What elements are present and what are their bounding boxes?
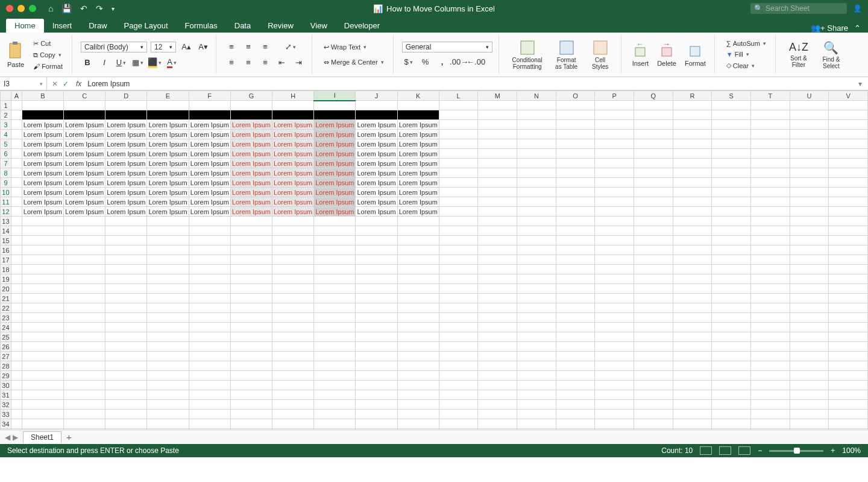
cell-H20[interactable] xyxy=(272,284,314,294)
cell-P30[interactable] xyxy=(595,381,634,390)
col-header-J[interactable]: J xyxy=(356,91,397,101)
cell-U26[interactable] xyxy=(790,342,829,352)
cell-G10[interactable]: Lorem Ipsum xyxy=(230,188,272,197)
cell-R34[interactable] xyxy=(673,419,712,429)
col-header-I[interactable]: I xyxy=(314,91,356,101)
cell-E33[interactable] xyxy=(147,410,189,419)
cell-T21[interactable] xyxy=(750,294,790,303)
cell-S33[interactable] xyxy=(712,410,751,419)
qat-dropdown-icon[interactable]: ▾ xyxy=(112,5,115,12)
cell-L6[interactable] xyxy=(439,149,478,159)
cell-R31[interactable] xyxy=(673,390,712,400)
cell-B1[interactable] xyxy=(22,101,63,110)
cell-H35[interactable] xyxy=(272,429,314,430)
row-header-9[interactable]: 9 xyxy=(1,178,11,188)
cell-C1[interactable] xyxy=(64,101,105,110)
cell-A5[interactable] xyxy=(11,139,22,149)
cell-D26[interactable] xyxy=(105,342,147,352)
cell-A34[interactable] xyxy=(11,419,22,429)
cell-D25[interactable] xyxy=(105,332,147,342)
cell-L17[interactable] xyxy=(439,255,478,265)
cell-J13[interactable] xyxy=(356,217,397,226)
cell-C24[interactable] xyxy=(64,323,105,332)
cell-L20[interactable] xyxy=(439,284,478,294)
find-select-button[interactable]: 🔍Find & Select xyxy=(817,39,846,71)
cell-G22[interactable] xyxy=(230,303,272,313)
zoom-slider[interactable] xyxy=(769,450,823,452)
cell-K32[interactable] xyxy=(397,400,439,410)
cell-T11[interactable] xyxy=(750,197,790,207)
cell-S27[interactable] xyxy=(712,352,751,361)
cell-Q15[interactable] xyxy=(634,236,673,246)
cell-T19[interactable] xyxy=(750,274,790,284)
decrease-indent-icon[interactable]: ⇤ xyxy=(275,57,289,69)
cell-H5[interactable]: Lorem Ipsum xyxy=(272,139,314,149)
cell-I23[interactable] xyxy=(314,313,356,323)
cell-C28[interactable] xyxy=(64,361,105,371)
cell-I35[interactable] xyxy=(314,429,356,430)
cell-C33[interactable] xyxy=(64,410,105,419)
cell-D22[interactable] xyxy=(105,303,147,313)
cell-G3[interactable]: Lorem Ipsum xyxy=(230,120,272,130)
cell-P35[interactable] xyxy=(595,429,634,430)
cell-M14[interactable] xyxy=(478,226,517,236)
cell-C6[interactable]: Lorem Ipsum xyxy=(64,149,105,159)
italic-button[interactable]: I xyxy=(98,57,111,69)
cell-I31[interactable] xyxy=(314,390,356,400)
cell-R14[interactable] xyxy=(673,226,712,236)
cell-F8[interactable]: Lorem Ipsum xyxy=(189,168,230,178)
cell-E6[interactable]: Lorem Ipsum xyxy=(147,149,189,159)
cell-J7[interactable]: Lorem Ipsum xyxy=(356,159,397,168)
cell-K24[interactable] xyxy=(397,323,439,332)
cell-G34[interactable] xyxy=(230,419,272,429)
cell-V28[interactable] xyxy=(829,361,868,371)
cell-H16[interactable] xyxy=(272,246,314,255)
cell-J33[interactable] xyxy=(356,410,397,419)
cell-S3[interactable] xyxy=(712,120,751,130)
cell-L26[interactable] xyxy=(439,342,478,352)
cell-G31[interactable] xyxy=(230,390,272,400)
conditional-formatting-button[interactable]: Conditional Formatting xyxy=(508,39,547,71)
cell-D30[interactable] xyxy=(105,381,147,390)
cell-J20[interactable] xyxy=(356,284,397,294)
cell-T4[interactable] xyxy=(750,130,790,139)
cell-R7[interactable] xyxy=(673,159,712,168)
cell-U28[interactable] xyxy=(790,361,829,371)
cell-F3[interactable]: Lorem Ipsum xyxy=(189,120,230,130)
row-header-15[interactable]: 15 xyxy=(1,236,11,246)
cell-L11[interactable] xyxy=(439,197,478,207)
page-break-view-icon[interactable] xyxy=(738,446,750,455)
cell-T32[interactable] xyxy=(750,400,790,410)
cell-R23[interactable] xyxy=(673,313,712,323)
cell-B6[interactable]: Lorem Ipsum xyxy=(22,149,63,159)
cell-K29[interactable] xyxy=(397,371,439,381)
cell-F35[interactable] xyxy=(189,429,230,430)
cell-T8[interactable] xyxy=(750,168,790,178)
cell-G21[interactable] xyxy=(230,294,272,303)
cell-I22[interactable] xyxy=(314,303,356,313)
cell-I26[interactable] xyxy=(314,342,356,352)
cell-A12[interactable] xyxy=(11,207,22,217)
cell-S2[interactable] xyxy=(712,110,751,120)
cell-J11[interactable]: Lorem Ipsum xyxy=(356,197,397,207)
cell-U11[interactable] xyxy=(790,197,829,207)
cell-G20[interactable] xyxy=(230,284,272,294)
cell-H10[interactable]: Lorem Ipsum xyxy=(272,188,314,197)
cell-A3[interactable] xyxy=(11,120,22,130)
col-header-U[interactable]: U xyxy=(790,91,829,101)
format-painter-button[interactable]: 🖌Format xyxy=(30,62,66,71)
cell-F14[interactable] xyxy=(189,226,230,236)
cell-V20[interactable] xyxy=(829,284,868,294)
cell-O17[interactable] xyxy=(556,255,595,265)
cell-I21[interactable] xyxy=(314,294,356,303)
cell-H12[interactable]: Lorem Ipsum xyxy=(272,207,314,217)
cell-U17[interactable] xyxy=(790,255,829,265)
cell-H25[interactable] xyxy=(272,332,314,342)
cell-L32[interactable] xyxy=(439,400,478,410)
cell-C13[interactable] xyxy=(64,217,105,226)
cell-K8[interactable]: Lorem Ipsum xyxy=(397,168,439,178)
cell-J16[interactable] xyxy=(356,246,397,255)
format-as-table-button[interactable]: Format as Table xyxy=(551,39,582,71)
cell-A16[interactable] xyxy=(11,246,22,255)
cell-U16[interactable] xyxy=(790,246,829,255)
